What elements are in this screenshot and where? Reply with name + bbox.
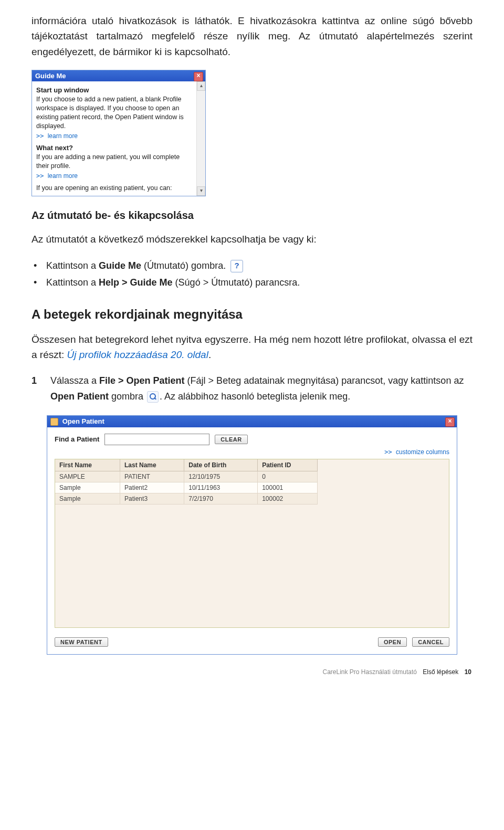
open-patient-title: Open Patient <box>62 417 104 425</box>
col-patient-id[interactable]: Patient ID <box>258 459 318 471</box>
col-first-name[interactable]: First Name <box>55 459 120 471</box>
gm-heading-whatnext: What next? <box>36 144 194 152</box>
link-new-profiles[interactable]: Új profilok hozzáadása 20. oldal <box>67 349 208 360</box>
open-patient-dialog: Open Patient × Find a Patient CLEAR cust… <box>47 415 457 655</box>
question-icon: ? <box>230 260 243 272</box>
guideme-titlebar[interactable]: Guide Me × <box>32 70 205 81</box>
close-icon[interactable]: × <box>194 72 203 81</box>
cancel-button[interactable]: CANCEL <box>412 637 449 647</box>
table-row[interactable]: Sample Patient3 7/2/1970 100002 <box>55 493 318 504</box>
table-row[interactable]: Sample Patient2 10/11/1963 100001 <box>55 482 318 493</box>
gm-learnmore-2[interactable]: learn more <box>36 172 194 180</box>
close-icon[interactable]: × <box>445 417 455 427</box>
gm-text-2: If you are adding a new patient, you wil… <box>36 153 194 171</box>
intro-paragraph: információra utaló hivatkozások is látha… <box>32 13 472 59</box>
step-1: 1 Válassza a File > Open Patient (Fájl >… <box>32 373 472 405</box>
clear-button[interactable]: CLEAR <box>215 435 247 444</box>
scroll-up-icon[interactable]: ▴ <box>197 81 205 91</box>
section-toggle-guide-heading: Az útmutató be- és kikapcsolása <box>32 209 472 222</box>
section-open-records-heading: A betegek rekordjainak megnyitása <box>32 307 472 322</box>
patient-table[interactable]: First Name Last Name Date of Birth Patie… <box>55 459 449 628</box>
guideme-title: Guide Me <box>35 72 66 80</box>
open-patient-titlebar[interactable]: Open Patient × <box>47 416 457 427</box>
new-patient-button[interactable]: NEW PATIENT <box>55 637 108 647</box>
col-last-name[interactable]: Last Name <box>120 459 184 471</box>
bullet-guide-me: Kattintson a Guide Me (Útmutató) gombra.… <box>32 257 472 274</box>
step-number: 1 <box>32 373 37 389</box>
gm-heading-startup: Start up window <box>36 86 194 94</box>
footer-section: Első lépések <box>423 668 458 676</box>
gm-text-1: If you choose to add a new patient, a bl… <box>36 95 194 131</box>
open-button[interactable]: OPEN <box>378 637 407 647</box>
bullet-help-guide-me: Kattintson a Help > Guide Me (Súgó > Útm… <box>32 274 472 291</box>
table-header-row: First Name Last Name Date of Birth Patie… <box>55 459 318 471</box>
footer-page-number: 10 <box>465 668 471 676</box>
table-row[interactable]: SAMPLE PATIENT 12/10/1975 0 <box>55 471 318 482</box>
section-open-records-intro: Összesen hat betegrekord lehet nyitva eg… <box>32 332 472 363</box>
customize-columns-link[interactable]: customize columns <box>47 448 457 459</box>
magnifier-icon <box>147 391 159 403</box>
section-toggle-guide-intro: Az útmutatót a következő módszerekkel ka… <box>32 232 472 247</box>
find-patient-input[interactable] <box>104 434 209 445</box>
find-patient-label: Find a Patient <box>55 435 99 443</box>
footer-manual: CareLink Pro Használati útmutató <box>322 668 416 676</box>
guideme-window: Guide Me × Start up window If you choose… <box>32 70 206 196</box>
scrollbar[interactable]: ▴ ▾ <box>196 81 205 196</box>
scroll-down-icon[interactable]: ▾ <box>197 186 205 196</box>
gm-text-3: If you are opening an existing patient, … <box>36 184 194 193</box>
page-footer: CareLink Pro Használati útmutató Első lé… <box>32 668 472 676</box>
col-dob[interactable]: Date of Birth <box>184 459 258 471</box>
gm-learnmore-1[interactable]: learn more <box>36 132 194 140</box>
app-icon <box>50 418 58 426</box>
